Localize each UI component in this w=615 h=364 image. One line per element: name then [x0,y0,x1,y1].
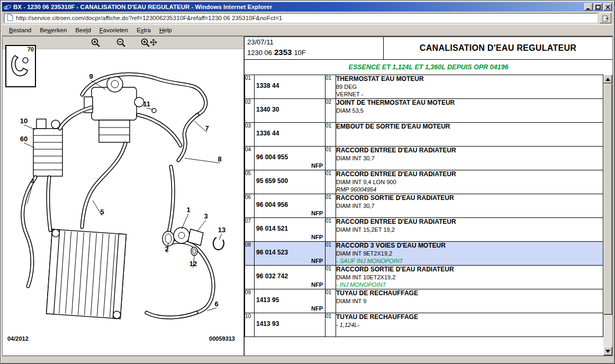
description-cell: TUYAU DE RECHAUFFAGE- 1,124L- [336,313,603,337]
parts-panel: 23/07/11 1230 06235310F CANALISATION D'E… [244,37,612,356]
thumbnail-box[interactable]: 70 [5,45,36,87]
part-detail-line: - INJ MONOPOINT [336,281,603,288]
parts-table-body: 011338 4401THERMOSTAT EAU MOTEUR89 DEGVE… [245,75,603,337]
table-row[interactable]: 021340 3002JOINT DE THERMOSTAT EAU MOTEU… [245,99,603,123]
minimize-button[interactable] [584,3,593,11]
part-number-label: 7 [205,124,209,132]
part-reference-cell: 1340 30 [255,99,325,123]
quantity: 01 [325,147,336,170]
address-text: http://service.citroen.com/docpr/affiche… [16,15,282,21]
part-number-label: 9 [89,72,93,80]
address-input[interactable]: http://service.citroen.com/docpr/affiche… [4,13,598,23]
part-detail-line: DIAM INT 9,4 LON 900 [336,178,603,186]
part-reference-cell: 96 014 521NFP [255,218,325,242]
scroll-down-button[interactable] [603,347,612,356]
item-index: 03 [245,123,255,147]
go-icon[interactable] [600,13,611,23]
zoom-pan-icon[interactable] [140,38,158,48]
part-title: EMBOUT DE SORTIE D'EAU MOTEUR [336,123,603,131]
table-row[interactable]: 091413 95NFP01TUYAU DE RECHAUFFAGEDIAM I… [245,289,603,313]
table-row[interactable]: 96 032 742NFP01RACCORD SORTIE D'EAU RADI… [245,266,603,289]
table-row[interactable]: 031336 4401EMBOUT DE SORTIE D'EAU MOTEUR [245,123,603,147]
description-cell: RACCORD 3 VOIES D'EAU MOTEURDIAM INT 9ET… [336,242,603,266]
vertical-scrollbar[interactable] [603,75,612,356]
part-number-label: 4 [30,177,34,185]
table-row[interactable]: 101413 9301TUYAU DE RECHAUFFAGE- 1,124L- [245,313,603,337]
scrollbar-thumb[interactable] [603,84,612,315]
part-number-label: 13 [218,226,225,234]
part-detail-line: - SAUF INJ MONOPOINT [336,257,603,265]
leader-line [147,108,153,110]
title-bar[interactable]: e BX - 1230 06 235310F - CANALISATION D'… [2,2,613,12]
part-number-label: 12 [189,260,197,268]
radiator [47,229,126,319]
part-number-label: 11 [143,100,150,108]
part-reference: 96 014 521 [255,225,325,232]
quantity: 01 [325,266,336,289]
part-reference-cell: 1336 44 [255,123,325,147]
part-title: RACCORD ENTREE D'EAU RADIATEUR [336,170,603,178]
part-title: RACCORD SORTIE D'EAU RADIATEUR [336,266,603,274]
part-reference: 1413 95 [255,296,325,304]
page-title: CANALISATION D'EAU REGULATEUR [384,37,612,59]
part-detail-line: DIAM INT 30,7 [336,202,603,210]
table-row[interactable]: 0595 659 50001RACCORD ENTREE D'EAU RADIA… [245,170,603,194]
close-button[interactable] [603,3,612,11]
description-cell: TUYAU DE RECHAUFFAGEDIAM INT 9 [336,289,603,313]
part-reference: 95 659 500 [255,177,325,185]
quantity: 01 [325,289,336,313]
zoom-out-icon[interactable] [114,38,128,48]
scroll-up-button[interactable] [603,75,612,84]
scrollbar-track[interactable] [603,84,612,347]
table-row[interactable]: 0696 004 956NFP01RACCORD SORTIE D'EAU RA… [245,194,603,218]
quantity: 01 [325,242,336,266]
engine-variant-note: ESSENCE ET 1,124L ET 1,360L DEPUIS OPR 0… [245,60,612,75]
table-row[interactable]: 011338 4401THERMOSTAT EAU MOTEUR89 DEGVE… [245,75,603,99]
document-reference: 1230 06235310F [247,48,381,57]
description-cell: RACCORD ENTREE D'EAU RADIATEURDIAM INT 9… [336,170,603,194]
leader-line [207,308,216,311]
part-reference-cell: 96 014 523NFP [255,242,325,266]
part-detail-line: VERNET - [336,90,603,98]
item-index: 04 [245,147,255,170]
plate-number: 00059313 [209,335,235,342]
description-cell: RACCORD SORTIE D'EAU RADIATEURDIAM INT 3… [336,194,603,218]
nfp-flag: NFP [311,305,323,312]
part-detail-line: DIAM INT 9ET2X19,2 [336,250,603,257]
maximize-button[interactable] [594,3,602,11]
description-cell: EMBOUT DE SORTIE D'EAU MOTEUR [336,123,603,147]
ie-logo-icon: e [3,3,12,11]
description-cell: JOINT DE THERMOSTAT EAU MOTEURDIAM 53,5 [336,99,603,123]
page-icon [7,14,13,22]
part-reference: 96 014 523 [255,249,325,256]
diagram-panel: 70 [3,37,244,356]
menu-item-favorieten[interactable]: Favorieten [96,26,132,34]
zoom-toolbar [3,37,243,49]
part-detail-line: DIAM INT 30,7 [336,154,603,162]
zoom-in-icon[interactable] [89,38,103,48]
nfp-flag: NFP [311,234,323,240]
part-reference-cell: 1413 93 [255,313,325,337]
item-index: 10 [245,313,255,337]
quantity: 02 [325,99,336,123]
menu-item-bewerken[interactable]: Bewerken [36,26,70,34]
menu-item-extra[interactable]: Extra [133,26,155,34]
address-bar: http://service.citroen.com/docpr/affiche… [2,12,613,25]
menu-item-help[interactable]: Help [156,26,176,34]
leader-line [219,234,222,240]
plate-date: 04/2012 [7,335,29,342]
part-number-label: 6 [214,300,218,308]
description-cell: RACCORD SORTIE D'EAU RADIATEURDIAM INT 1… [336,266,603,289]
part-detail-line: RMP 96004954 [336,186,603,193]
parts-table-area: 011338 4401THERMOSTAT EAU MOTEUR89 DEGVE… [245,75,612,356]
diagram-svg[interactable]: 9111060784513213126 [3,49,244,356]
part-title: RACCORD SORTIE D'EAU RADIATEUR [336,194,603,202]
menu-item-beeld[interactable]: Beeld [71,26,94,34]
table-row[interactable]: 0896 014 523NFP01RACCORD 3 VOIES D'EAU M… [245,242,603,266]
description-cell: RACCORD ENTREE D'EAU RADIATEURDIAM INT 1… [336,218,603,242]
table-row[interactable]: 0796 014 521NFP01RACCORD ENTREE D'EAU RA… [245,218,603,242]
table-row[interactable]: 0496 004 955NFP01RACCORD ENTREE D'EAU RA… [245,147,603,170]
menu-item-bestand[interactable]: Bestand [5,26,35,34]
window-title: BX - 1230 06 235310F - CANALISATION D'EA… [13,4,582,10]
item-index: 06 [245,194,255,218]
